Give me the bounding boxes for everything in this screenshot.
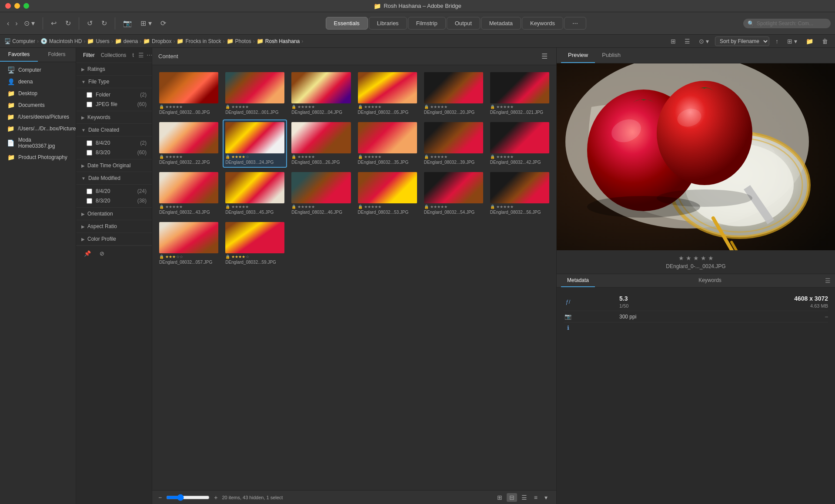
- sidebar-item-computer[interactable]: 🖥️ Computer: [2, 64, 74, 76]
- filter-section-filetype[interactable]: ▼ File Type: [76, 76, 152, 88]
- sidebar-item-documents[interactable]: 📁 Documents: [2, 99, 74, 111]
- forward-button[interactable]: ›: [13, 18, 20, 29]
- image-cell-9[interactable]: 🔒 ★★★★★ DEnglard_08032...35.JPG: [355, 119, 420, 168]
- breadcrumb-roshhashana[interactable]: 📁 Rosh Hashana: [257, 38, 300, 44]
- image-cell-10[interactable]: 🔒 ★★★★★ DEnglard_08032...39.JPG: [421, 119, 486, 168]
- recent-button[interactable]: ⊙ ▾: [21, 17, 37, 29]
- undo-button[interactable]: ↺: [84, 17, 95, 29]
- camera-button[interactable]: 📷: [120, 17, 134, 29]
- tab-metadata[interactable]: Metadata: [481, 17, 521, 30]
- sidebar-tab-favorites[interactable]: Favorites: [0, 48, 38, 62]
- filter-checkbox-date2[interactable]: [87, 150, 92, 156]
- sort-asc-button[interactable]: ↑: [773, 37, 781, 46]
- breadcrumb-frocks[interactable]: 📁 Frocks in Stock: [177, 38, 221, 44]
- new-folder-button[interactable]: 📁: [803, 37, 816, 46]
- image-cell-17[interactable]: 🔒 ★★★★★ DEnglard_08032...56.JPG: [488, 169, 552, 218]
- refresh-button[interactable]: ⟳: [158, 17, 169, 29]
- sidebar-item-dropbox-pictures[interactable]: 📁 /Users/.../Dr...box/Pictures: [2, 123, 74, 134]
- breadcrumb-computer[interactable]: 🖥️ Computer: [4, 38, 35, 44]
- metadata-menu-button[interactable]: ☰: [825, 277, 831, 284]
- filter-section-colorprofile[interactable]: ▶ Color Profile: [76, 233, 152, 245]
- filter-checkbox-mod2[interactable]: [87, 198, 92, 204]
- workspace-button[interactable]: ⊞ ▾: [785, 37, 800, 46]
- view-details-button[interactable]: ≡: [531, 493, 540, 502]
- filter-checkbox-mod1[interactable]: [87, 189, 92, 194]
- tab-more[interactable]: ⋯: [564, 17, 586, 30]
- filter-tab-filter[interactable]: Filter: [81, 51, 97, 59]
- tab-libraries[interactable]: Libraries: [369, 17, 407, 30]
- sidebar-item-desktop[interactable]: 📁 Desktop: [2, 88, 74, 99]
- filter-checkbox-date1[interactable]: [87, 140, 92, 146]
- view-filmstrip-button[interactable]: ▾: [542, 493, 550, 502]
- return-button[interactable]: ↩: [48, 17, 59, 29]
- zoom-slider[interactable]: [166, 494, 210, 501]
- image-cell-13[interactable]: 🔒 ★★★★★ DEnglard_0803...45.JPG: [223, 169, 287, 218]
- filter-item-date2[interactable]: 8/3/20 (60): [76, 148, 152, 157]
- tab-filmstrip[interactable]: Filmstrip: [408, 17, 446, 30]
- image-cell-4[interactable]: 🔒 ★★★★★ DEnglard_08032...20.JPG: [421, 70, 486, 118]
- image-cell-5[interactable]: 🔒 ★★★★★ DEnglard_08032...021.JPG: [488, 70, 552, 118]
- image-cell-18[interactable]: 🔒 ★★★☆☆ DEnglard_08032...057.JPG: [157, 219, 221, 268]
- image-cell-15[interactable]: 🔒 ★★★★★ DEnglard_08032...53.JPG: [355, 169, 420, 218]
- view-list-button[interactable]: ☰: [519, 493, 530, 502]
- breadcrumb-photos[interactable]: 📁 Photos: [227, 38, 251, 44]
- filter-section-datemodified[interactable]: ▼ Date Modified: [76, 172, 152, 185]
- maximize-button[interactable]: [23, 3, 29, 9]
- breadcrumb-deena[interactable]: 📁 deena: [115, 38, 138, 44]
- filter-checkbox-jpeg[interactable]: [87, 102, 92, 107]
- zoom-in-button[interactable]: +: [214, 494, 217, 501]
- image-cell-6[interactable]: 🔒 ★★★★★ DEnglard_08032...22.JPG: [157, 119, 221, 168]
- filter-section-ratings[interactable]: ▶ Ratings: [76, 63, 152, 76]
- filter-item-folder[interactable]: Folder (2): [76, 90, 152, 99]
- image-cell-0[interactable]: 🔒 ★★★★★ DEnglard_08032...00.JPG: [157, 70, 221, 118]
- image-cell-11[interactable]: 🔒 ★★★★★ DEnglard_08032...42.JPG: [488, 119, 552, 168]
- tab-keywords[interactable]: Keywords: [522, 17, 563, 30]
- minimize-button[interactable]: [14, 3, 20, 9]
- filter-checkbox-folder[interactable]: [87, 92, 92, 98]
- tab-essentials[interactable]: Essentials: [326, 17, 368, 30]
- image-cell-8[interactable]: 🔒 ★★★★★ DEnglard_0803...26.JPG: [289, 119, 353, 168]
- grid-view-button[interactable]: ⊞: [668, 37, 678, 46]
- clear-filter-button[interactable]: ⊘: [97, 249, 107, 258]
- image-cell-2[interactable]: 🔒 ★★★★★ DEnglard_08032...04.JPG: [289, 70, 353, 118]
- filter-section-datetimeoriginal[interactable]: ▶ Date Time Original: [76, 159, 152, 172]
- search-input[interactable]: [757, 20, 826, 27]
- back-button[interactable]: ‹: [4, 18, 12, 29]
- view-medium-button[interactable]: ⊟: [507, 493, 517, 502]
- breadcrumb-macintosh[interactable]: 💿 Macintosh HD: [40, 38, 82, 44]
- sidebar-item-product-photography[interactable]: 📁 Product Photography: [2, 152, 74, 163]
- sidebar-item-moda[interactable]: 📄 Moda Home03367.jpg: [2, 135, 74, 151]
- list-view-button[interactable]: ☰: [682, 37, 693, 46]
- content-menu-button[interactable]: ☰: [539, 51, 550, 61]
- filter-item-date1[interactable]: 8/4/20 (2): [76, 138, 152, 148]
- filter-item-jpeg[interactable]: JPEG file (60): [76, 99, 152, 109]
- delete-button[interactable]: 🗑: [819, 37, 831, 46]
- filter-button[interactable]: ⊙ ▾: [696, 37, 711, 46]
- filter-tab-extra[interactable]: t: [130, 51, 135, 59]
- filter-section-orientation[interactable]: ▶ Orientation: [76, 208, 152, 220]
- image-cell-14[interactable]: 🔒 ★★★★★ DEnglard_08032...46.JPG: [289, 169, 353, 218]
- image-cell-3[interactable]: 🔒 ★★★★★ DEnglard_08032...05.JPG: [355, 70, 420, 118]
- filter-section-datecreated[interactable]: ▼ Date Created: [76, 124, 152, 136]
- filter-item-mod2[interactable]: 8/3/20 (38): [76, 196, 152, 206]
- view-grid-button[interactable]: ⊞: [494, 493, 505, 502]
- preview-tab-publish[interactable]: Publish: [595, 48, 628, 63]
- close-button[interactable]: [5, 3, 11, 9]
- pin-filter-button[interactable]: 📌: [81, 249, 94, 258]
- breadcrumb-users[interactable]: 📁 Users: [87, 38, 109, 44]
- sort-select[interactable]: Sort by Filename: [715, 36, 769, 46]
- image-cell-16[interactable]: 🔒 ★★★★★ DEnglard_08032...54.JPG: [421, 169, 486, 218]
- filter-more-button[interactable]: ⋯: [147, 52, 152, 59]
- preview-tab-preview[interactable]: Preview: [561, 48, 595, 63]
- filter-tab-collections[interactable]: Collections: [99, 51, 128, 59]
- sidebar-item-deena[interactable]: 👤 deena: [2, 76, 74, 87]
- filter-section-keywords[interactable]: ▶ Keywords: [76, 111, 152, 124]
- meta-tab-keywords[interactable]: Keywords: [692, 274, 728, 287]
- sidebar-item-pictures[interactable]: 📁 /Users/deena/Pictures: [2, 111, 74, 123]
- tab-output[interactable]: Output: [447, 17, 480, 30]
- redo-button[interactable]: ↻: [99, 17, 110, 29]
- rotate-cw-button[interactable]: ↻: [63, 17, 73, 29]
- breadcrumb-dropbox[interactable]: 📁 Dropbox: [143, 38, 171, 44]
- image-cell-1[interactable]: 🔒 ★★★★★ DEnglard_08032...001.JPG: [223, 70, 287, 118]
- image-cell-7[interactable]: 🔒 ★★★★☆ DEnglard_0803...24.JPG: [223, 119, 287, 168]
